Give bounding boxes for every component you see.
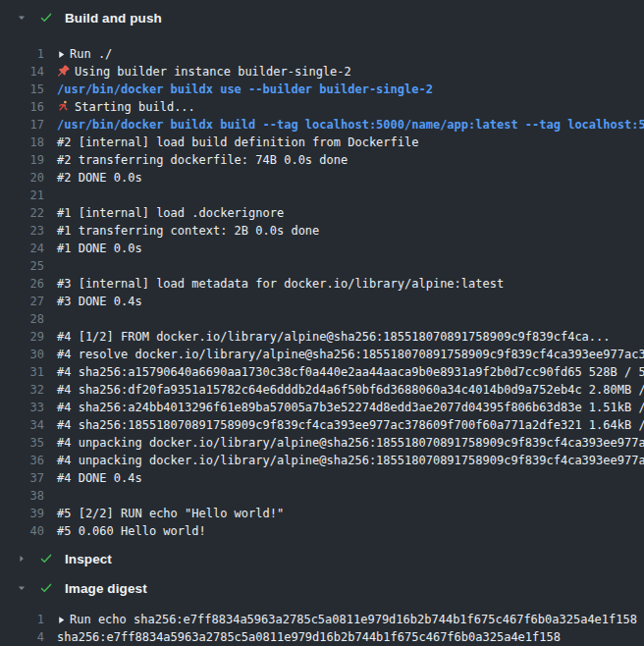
log-line: 17 /usr/bin/docker buildx build --tag lo… bbox=[0, 116, 644, 134]
line-text: #1 transferring context: 2B 0.0s done bbox=[57, 222, 319, 240]
line-text: sha256:e7ff8834a5963a2785c5a0811e979d16b… bbox=[57, 628, 561, 646]
line-content: #4 DONE 0.4s bbox=[57, 471, 142, 485]
line-text: #4 resolve docker.io/library/alpine@sha2… bbox=[57, 346, 644, 363]
line-text: Run ./ bbox=[57, 45, 112, 63]
line-content: #3 DONE 0.4s bbox=[57, 295, 142, 308]
line-text: #4 unpacking docker.io/library/alpine@sh… bbox=[57, 434, 644, 452]
line-text: #1 [internal] load .dockerignore bbox=[57, 204, 284, 222]
line-number[interactable]: 28 bbox=[0, 310, 44, 328]
line-content: Using builder instance builder-single-2 bbox=[75, 65, 351, 79]
line-number[interactable]: 32 bbox=[0, 381, 44, 399]
line-content: Run echo sha256:e7ff8834a5963a2785c5a081… bbox=[70, 613, 637, 626]
line-text: #3 DONE 0.4s bbox=[57, 293, 142, 310]
line-text: #5 0.060 Hello world! bbox=[57, 522, 206, 540]
section-title: Build and push bbox=[65, 11, 162, 26]
log-line: 15 /usr/bin/docker buildx use --builder … bbox=[0, 81, 644, 98]
line-content: /usr/bin/docker buildx use --builder bui… bbox=[57, 82, 433, 96]
line-content: Run ./ bbox=[70, 47, 112, 61]
line-text: #2 transferring dockerfile: 74B 0.0s don… bbox=[57, 151, 348, 169]
line-number[interactable]: 34 bbox=[0, 416, 44, 434]
line-number[interactable]: 33 bbox=[0, 399, 44, 416]
line-number[interactable]: 18 bbox=[0, 134, 44, 151]
line-number[interactable]: 4 bbox=[0, 628, 44, 646]
line-text: #5 [2/2] RUN echo "Hello world!" bbox=[57, 505, 284, 522]
line-content: #2 transferring dockerfile: 74B 0.0s don… bbox=[57, 153, 348, 167]
line-text: #4 sha256:a15790640a6690aa1730c38cf0a440… bbox=[57, 363, 644, 381]
line-number[interactable]: 14 bbox=[0, 63, 44, 81]
success-check-icon bbox=[39, 581, 53, 595]
line-content: #5 0.060 Hello world! bbox=[57, 524, 206, 538]
line-text: /usr/bin/docker buildx use --builder bui… bbox=[57, 81, 433, 98]
line-content: Starting build... bbox=[75, 100, 195, 114]
expand-group-icon[interactable] bbox=[57, 612, 66, 628]
log-line: 26 #3 [internal] load metadata for docke… bbox=[0, 275, 644, 293]
line-number[interactable]: 1 bbox=[0, 611, 44, 628]
line-text: #4 DONE 0.4s bbox=[57, 469, 142, 487]
chevron-right-icon bbox=[16, 554, 27, 564]
line-number[interactable]: 19 bbox=[0, 151, 44, 169]
log-line: 34 #4 sha256:185518070891758909c9f839cf4… bbox=[0, 416, 644, 434]
log-lines: 1 Run ./ 14 Using builder instance build… bbox=[0, 35, 644, 544]
log-line: 4 sha256:e7ff8834a5963a2785c5a0811e979d1… bbox=[0, 628, 644, 646]
log-line: 32 #4 sha256:df20fa9351a15782c64e6dddb2d… bbox=[0, 381, 644, 399]
line-number[interactable]: 23 bbox=[0, 222, 44, 240]
log-line: 40 #5 0.060 Hello world! bbox=[0, 522, 644, 540]
line-number[interactable]: 38 bbox=[0, 487, 44, 505]
log-line: 36 #4 unpacking docker.io/library/alpine… bbox=[0, 452, 644, 469]
log-line: 38 bbox=[0, 487, 644, 505]
section-title: Inspect bbox=[65, 552, 112, 566]
line-number[interactable]: 39 bbox=[0, 505, 44, 522]
section-header-image-digest[interactable]: Image digest bbox=[0, 573, 644, 603]
line-text: #2 [internal] load build definition from… bbox=[57, 134, 418, 151]
log-line: 29 #4 [1/2] FROM docker.io/library/alpin… bbox=[0, 328, 644, 346]
line-number[interactable]: 31 bbox=[0, 363, 44, 381]
line-content: #2 DONE 0.0s bbox=[57, 171, 142, 185]
line-content: #1 transferring context: 2B 0.0s done bbox=[57, 224, 319, 238]
line-text: #4 sha256:a24bb4013296f61e89ba57005a7b3e… bbox=[57, 399, 644, 416]
log-line: 1 Run echo sha256:e7ff8834a5963a2785c5a0… bbox=[0, 611, 644, 628]
line-number[interactable]: 25 bbox=[0, 257, 44, 275]
log-line: 28 bbox=[0, 310, 644, 328]
chevron-down-icon bbox=[16, 583, 27, 593]
line-number[interactable]: 21 bbox=[0, 187, 44, 204]
line-number[interactable]: 30 bbox=[0, 346, 44, 363]
log-line: 25 bbox=[0, 257, 644, 275]
log-section-inspect: Inspect bbox=[0, 544, 644, 573]
log-line: 20 #2 DONE 0.0s bbox=[0, 169, 644, 187]
line-content: #4 unpacking docker.io/library/alpine@sh… bbox=[57, 436, 644, 450]
line-content: #1 DONE 0.0s bbox=[57, 242, 142, 255]
runner-icon bbox=[57, 100, 70, 116]
line-number[interactable]: 15 bbox=[0, 81, 44, 98]
chevron-down-icon bbox=[16, 13, 27, 23]
log-line: 22 #1 [internal] load .dockerignore bbox=[0, 204, 644, 222]
line-content: /usr/bin/docker buildx build --tag local… bbox=[57, 118, 644, 132]
line-number[interactable]: 1 bbox=[0, 45, 44, 63]
line-number[interactable]: 22 bbox=[0, 204, 44, 222]
line-content: #4 sha256:a24bb4013296f61e89ba57005a7b3e… bbox=[57, 401, 644, 414]
line-number[interactable]: 29 bbox=[0, 328, 44, 346]
line-content: sha256:e7ff8834a5963a2785c5a0811e979d16b… bbox=[57, 630, 561, 644]
expand-group-icon[interactable] bbox=[57, 46, 66, 63]
line-content: #5 [2/2] RUN echo "Hello world!" bbox=[57, 507, 284, 520]
section-header-build-and-push[interactable]: Build and push bbox=[0, 0, 644, 35]
line-number[interactable]: 26 bbox=[0, 275, 44, 293]
line-number[interactable]: 36 bbox=[0, 452, 44, 469]
line-content: #4 resolve docker.io/library/alpine@sha2… bbox=[57, 348, 644, 361]
line-text: #3 [internal] load metadata for docker.i… bbox=[57, 275, 504, 293]
log-line: 39 #5 [2/2] RUN echo "Hello world!" bbox=[0, 505, 644, 522]
line-number[interactable]: 17 bbox=[0, 116, 44, 134]
section-header-inspect[interactable]: Inspect bbox=[0, 544, 644, 573]
line-number[interactable]: 24 bbox=[0, 240, 44, 257]
line-text: Using builder instance builder-single-2 bbox=[57, 63, 351, 81]
section-title: Image digest bbox=[65, 581, 147, 596]
line-content: #4 unpacking docker.io/library/alpine@sh… bbox=[57, 454, 644, 467]
line-number[interactable]: 20 bbox=[0, 169, 44, 187]
line-number[interactable]: 27 bbox=[0, 293, 44, 310]
line-content: #4 sha256:a15790640a6690aa1730c38cf0a440… bbox=[57, 365, 644, 379]
log-line: 14 Using builder instance builder-single… bbox=[0, 63, 644, 81]
log-line: 35 #4 unpacking docker.io/library/alpine… bbox=[0, 434, 644, 452]
line-number[interactable]: 35 bbox=[0, 434, 44, 452]
line-number[interactable]: 40 bbox=[0, 522, 44, 540]
line-number[interactable]: 37 bbox=[0, 469, 44, 487]
line-number[interactable]: 16 bbox=[0, 98, 44, 116]
